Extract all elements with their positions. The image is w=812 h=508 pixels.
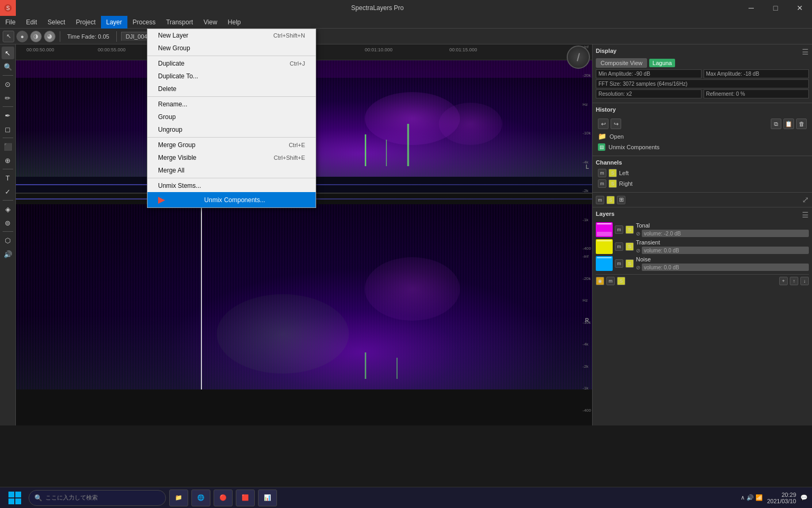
paste-hist-btn[interactable]: 📋 [783, 119, 794, 129]
layer-arrow-down-btn[interactable]: ↓ [800, 277, 809, 285]
channel-left-row[interactable]: m S Left [596, 168, 809, 178]
svg-text:S: S [6, 5, 10, 11]
mix-expand-icon[interactable]: ⤢ [802, 195, 809, 205]
magnify-tool[interactable]: ⊚ [2, 216, 14, 229]
menu-project[interactable]: Project [70, 16, 100, 29]
zoom-tool[interactable]: 🔍 [2, 60, 14, 73]
layer-color-btn[interactable]: ◉ [596, 277, 604, 285]
menu-rename[interactable]: Rename... [147, 96, 316, 111]
layer-m-btn[interactable]: m [606, 277, 615, 285]
copy-hist-btn[interactable]: ⧉ [771, 119, 781, 129]
windows-start-btn[interactable] [4, 489, 25, 506]
menu-view[interactable]: View [198, 16, 223, 29]
menu-merge-all[interactable]: Merge All [147, 164, 316, 177]
history-item-open[interactable]: 📁 Open [596, 131, 809, 142]
cursor-tool[interactable]: ↖ [3, 31, 14, 42]
layers-menu-icon[interactable]: ☰ [802, 211, 809, 219]
search-bar[interactable]: 🔍 ここに入力して検索 [29, 490, 166, 506]
menu-delete[interactable]: Delete [147, 83, 316, 95]
pencil-tool[interactable]: ✒ [2, 109, 14, 122]
transient-solo-btn[interactable]: S [625, 242, 634, 251]
notification-icon[interactable]: 💬 [800, 494, 808, 501]
solo-left-btn[interactable]: S [608, 169, 617, 177]
menu-select[interactable]: Select [42, 16, 70, 29]
mix-m-btn[interactable]: m [596, 196, 604, 204]
tonal-mute-btn[interactable]: m [615, 225, 623, 234]
brush-tool[interactable]: ✏ [2, 92, 14, 104]
menu-group[interactable]: Group [147, 111, 316, 123]
taskbar-icon-app1[interactable]: 🔴 [214, 489, 233, 506]
clock-date: 2021/03/10 [767, 498, 796, 504]
lasso-tool[interactable]: ⊙ [2, 78, 14, 90]
layer-s-btn[interactable]: S [617, 277, 625, 285]
redo-btn[interactable]: ↪ [611, 119, 621, 129]
dot-tool-2[interactable]: ◑ [30, 31, 42, 42]
node-tool[interactable]: ◈ [2, 203, 14, 215]
mute-right-btn[interactable]: m [598, 179, 606, 188]
maximize-button[interactable]: □ [763, 0, 788, 16]
history-item-unmix[interactable]: ▤ Unmix Components [596, 142, 809, 152]
menu-ungroup[interactable]: Ungroup [147, 123, 316, 136]
solo-right-btn[interactable]: S [608, 179, 617, 188]
menu-new-layer[interactable]: New Layer Ctrl+Shift+N [147, 29, 316, 42]
menu-transport[interactable]: Transport [161, 16, 198, 29]
svg-rect-3 [15, 492, 21, 497]
mix-s-btn[interactable]: S [606, 196, 615, 204]
merge-visible-label: Merge Visible [158, 154, 196, 161]
display-view-row: Composite View Laguna [596, 58, 809, 68]
transient-mute-btn[interactable]: m [615, 242, 623, 251]
speaker-tool[interactable]: 🔊 [2, 248, 14, 260]
taskbar-icon-app2[interactable]: 🟥 [236, 489, 255, 506]
clone-tool[interactable]: ⊕ [2, 154, 14, 167]
menu-unmix-stems[interactable]: Unmix Stems... [147, 178, 316, 192]
trash-btn[interactable]: 🗑 [796, 119, 807, 129]
layer-noise[interactable]: m S Noise ⊘ volume: 0.0 dB [596, 255, 809, 272]
menu-duplicate[interactable]: Duplicate Ctrl+J [147, 56, 316, 70]
layer-arrow-up-btn[interactable]: ↑ [790, 277, 798, 285]
laguna-select[interactable]: Laguna [649, 59, 675, 67]
app-title: SpectraLayers Pro [16, 4, 739, 12]
undo-btn[interactable]: ↩ [598, 119, 608, 129]
minimize-button[interactable]: ─ [739, 0, 763, 16]
freq-label-10k: -10k [582, 131, 591, 135]
select-tool[interactable]: ↖ [2, 47, 14, 59]
menu-layer[interactable]: Layer [101, 16, 127, 29]
menu-merge-visible[interactable]: Merge Visible Ctrl+Shift+E [147, 151, 316, 164]
marker-tool[interactable]: ✓ [2, 185, 14, 198]
compass-navigator[interactable] [567, 46, 590, 69]
layer-transient[interactable]: m S Transient ⊘ volume: 0.0 dB [596, 238, 809, 255]
mute-left-btn[interactable]: m [598, 169, 606, 177]
menu-new-group[interactable]: New Group [147, 42, 316, 55]
menu-merge-group[interactable]: Merge Group Ctrl+E [147, 137, 316, 151]
folder-icon: 📁 [598, 132, 606, 140]
composite-view-btn[interactable]: Composite View [596, 58, 647, 68]
tonal-solo-btn[interactable]: S [625, 225, 634, 234]
cube-tool[interactable]: ⬡ [2, 234, 14, 247]
layer-tonal[interactable]: m S Tonal ⊘ volume: -2.0 dB [596, 221, 809, 238]
taskbar-icon-browser[interactable]: 🌐 [191, 489, 210, 506]
text-tool[interactable]: T [2, 171, 14, 184]
menu-file[interactable]: File [0, 16, 21, 29]
noise-mute-btn[interactable]: m [615, 259, 623, 268]
menu-duplicate-to[interactable]: Duplicate To... [147, 70, 316, 83]
taskbar-icon-files[interactable]: 📁 [169, 489, 188, 506]
window-controls[interactable]: ─ □ ✕ [739, 0, 812, 16]
menu-process[interactable]: Process [127, 16, 161, 29]
noise-solo-btn[interactable]: S [625, 259, 634, 268]
menu-help[interactable]: Help [223, 16, 246, 29]
taskbar-icon-app3[interactable]: 📊 [258, 489, 277, 506]
eraser-tool[interactable]: ◻ [2, 123, 14, 135]
dot-tool-1[interactable]: ● [16, 31, 28, 42]
transient-volume: volume: 0.0 dB [642, 247, 809, 254]
menu-edit[interactable]: Edit [21, 16, 42, 29]
paint-tool[interactable]: ⬛ [2, 140, 14, 153]
layers-header: Layers ☰ [596, 211, 809, 219]
layer-add-btn[interactable]: + [779, 277, 788, 285]
channel-right-row[interactable]: m S Right [596, 178, 809, 189]
close-button[interactable]: ✕ [788, 0, 812, 16]
mix-grid-btn[interactable]: ⊞ [617, 196, 625, 204]
menu-unmix-components[interactable]: ▶ Unmix Components... [147, 192, 316, 207]
dot-tool-3[interactable]: ◕ [44, 31, 56, 42]
refinement: Refinement: 0 % [704, 89, 809, 98]
display-menu-icon[interactable]: ☰ [802, 48, 809, 56]
